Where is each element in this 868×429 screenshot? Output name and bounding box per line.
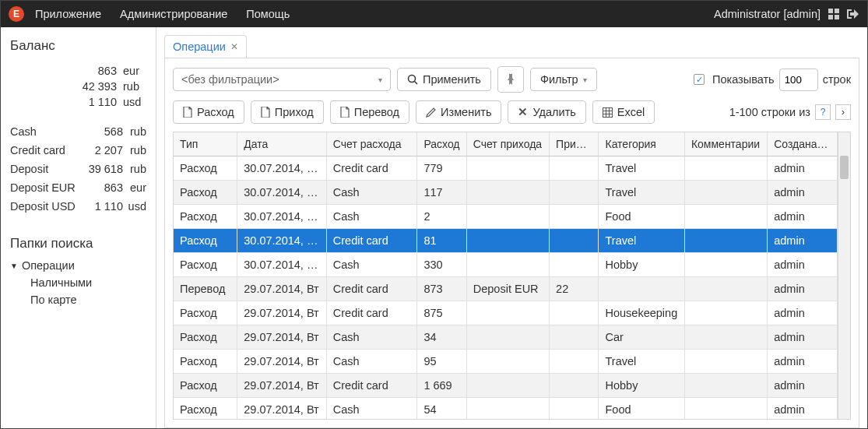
cell: 29.07.2014, Вт <box>237 374 327 398</box>
cell <box>684 156 767 181</box>
menubar: E Приложение Администрирование Помощь Ad… <box>1 1 867 27</box>
count-help-button[interactable]: ? <box>815 104 831 120</box>
col-header[interactable]: Комментарии <box>684 132 767 156</box>
pager-text: 1-100 строки из <box>729 106 810 118</box>
table-row[interactable]: Расход30.07.2014, СрCredit card779Travel… <box>174 156 838 181</box>
logout-icon[interactable] <box>847 9 859 19</box>
col-header[interactable]: Расход <box>417 132 466 156</box>
table-row[interactable]: Расход30.07.2014, СрCredit card81Travela… <box>174 229 838 253</box>
rows-input[interactable] <box>779 69 818 91</box>
cell: 30.07.2014, Ср <box>237 205 327 229</box>
user-label[interactable]: Administrator [admin] <box>714 8 821 20</box>
filter-dropdown[interactable]: <без фильтрации> ▾ <box>173 68 391 91</box>
col-header[interactable]: Счет прихода <box>466 132 549 156</box>
balance-title: Баланс <box>10 38 146 54</box>
cell <box>684 350 767 374</box>
delete-button[interactable]: ✕Удалить <box>508 100 585 124</box>
cell: admin <box>768 325 838 350</box>
table-row[interactable]: Расход29.07.2014, ВтCredit card1 669Hobb… <box>174 374 838 398</box>
cell: Credit card <box>326 277 417 301</box>
menu-app[interactable]: Приложение <box>35 8 101 20</box>
filter-button[interactable]: Фильтр ▾ <box>530 68 597 91</box>
svg-rect-2 <box>828 15 833 19</box>
cell: Credit card <box>326 229 417 253</box>
main-area: Операции ✕ <без фильтрации> ▾ Применить … <box>156 27 867 428</box>
next-page-button[interactable]: › <box>835 104 851 120</box>
table-row[interactable]: Перевод29.07.2014, ВтCredit card873Depos… <box>174 277 838 301</box>
table-row[interactable]: Расход29.07.2014, ВтCash54Foodadmin <box>174 398 838 420</box>
apps-grid-icon[interactable] <box>828 9 839 19</box>
cell: 22 <box>550 277 599 301</box>
cell: admin <box>768 156 838 181</box>
cell <box>466 156 549 181</box>
cell: admin <box>768 350 838 374</box>
cell: Расход <box>174 253 237 277</box>
cell <box>550 374 599 398</box>
grid-header-row: Тип Дата Счет расхода Расход Счет приход… <box>174 132 838 156</box>
account-row[interactable]: Cash568rub <box>10 125 146 138</box>
pencil-icon <box>426 107 436 118</box>
cell: Расход <box>174 301 237 325</box>
cell: Cash <box>326 325 417 350</box>
expense-button[interactable]: Расход <box>173 100 244 124</box>
cell <box>550 325 599 350</box>
table-row[interactable]: Расход29.07.2014, ВтCredit card875Housek… <box>174 301 838 325</box>
tree-root[interactable]: ▼Операции <box>10 259 146 272</box>
cell: Cash <box>326 398 417 420</box>
sidebar: Баланс 863eur 42 393rub 1 110usd Cash568… <box>1 27 156 428</box>
cell <box>550 229 599 253</box>
cell: 29.07.2014, Вт <box>237 325 327 350</box>
vertical-scrollbar[interactable] <box>838 132 850 419</box>
cell: Travel <box>599 156 684 181</box>
account-row[interactable]: Credit card2 207rub <box>10 144 146 156</box>
close-icon[interactable]: ✕ <box>230 41 238 52</box>
tab-operations[interactable]: Операции ✕ <box>164 35 247 58</box>
menu-admin[interactable]: Администрирование <box>120 8 227 20</box>
menu-help[interactable]: Помощь <box>246 8 290 20</box>
transfer-button[interactable]: Перевод <box>330 100 409 124</box>
apply-button[interactable]: Применить <box>397 68 491 91</box>
scrollbar-thumb[interactable] <box>840 156 849 179</box>
col-header[interactable]: Тип <box>174 132 237 156</box>
svg-point-4 <box>409 76 416 83</box>
excel-button[interactable]: Excel <box>592 100 655 124</box>
balance-total: 1 110usd <box>10 96 146 108</box>
account-row[interactable]: Deposit39 618rub <box>10 163 146 175</box>
cell: 34 <box>417 325 466 350</box>
table-row[interactable]: Расход30.07.2014, СрCash2Foodadmin <box>174 205 838 229</box>
cell: Hobby <box>599 374 684 398</box>
cell <box>550 301 599 325</box>
table-row[interactable]: Расход29.07.2014, ВтCash95Traveladmin <box>174 350 838 374</box>
income-button[interactable]: Приход <box>251 100 324 124</box>
tree-child[interactable]: Наличными <box>10 276 146 289</box>
document-icon <box>183 107 192 118</box>
cell <box>466 374 549 398</box>
tree-child[interactable]: По карте <box>10 294 146 306</box>
col-header[interactable]: Категория <box>599 132 684 156</box>
col-header[interactable]: Дата <box>237 132 327 156</box>
col-header[interactable]: Приход <box>550 132 599 156</box>
cell: 117 <box>417 181 466 205</box>
chevron-down-icon: ▾ <box>583 76 587 84</box>
edit-button[interactable]: Изменить <box>416 100 501 124</box>
cell <box>466 325 549 350</box>
cell: 330 <box>417 253 466 277</box>
cell: admin <box>768 181 838 205</box>
accounts-list: Cash568rub Credit card2 207rub Deposit39… <box>10 125 146 213</box>
svg-rect-3 <box>835 15 839 19</box>
cell <box>466 205 549 229</box>
cell: Cash <box>326 181 417 205</box>
table-row[interactable]: Расход30.07.2014, СрCash330Hobbyadmin <box>174 253 838 277</box>
account-row[interactable]: Deposit EUR863eur <box>10 181 146 194</box>
table-row[interactable]: Расход29.07.2014, ВтCash34Caradmin <box>174 325 838 350</box>
cell <box>466 350 549 374</box>
document-icon <box>261 107 270 118</box>
cell: Credit card <box>326 156 417 181</box>
balance-total: 863eur <box>10 65 146 77</box>
col-header[interactable]: Счет расхода <box>326 132 417 156</box>
pin-button[interactable] <box>497 66 524 93</box>
show-checkbox[interactable]: ✓ <box>694 74 705 85</box>
account-row[interactable]: Deposit USD1 110usd <box>10 200 146 213</box>
table-row[interactable]: Расход30.07.2014, СрCash117Traveladmin <box>174 181 838 205</box>
col-header[interactable]: Создана кем <box>768 132 838 156</box>
